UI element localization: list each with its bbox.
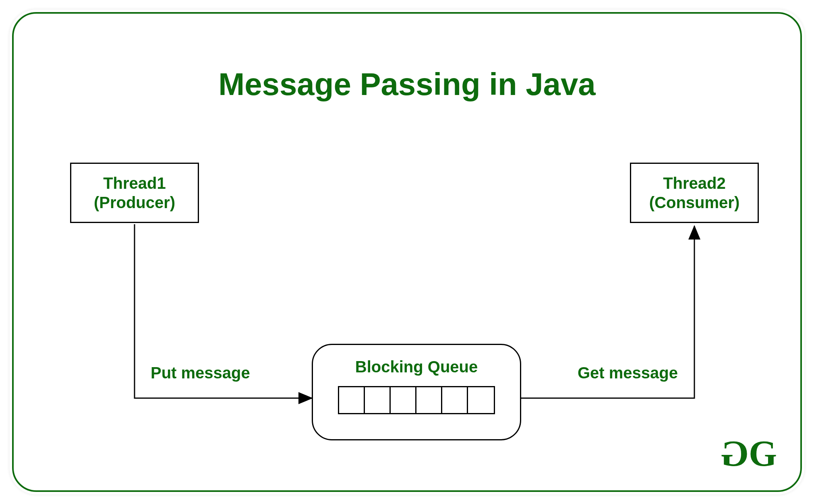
logo-char: G [749,434,772,473]
diagram-title: Message Passing in Java [14,66,800,103]
diagram-frame: Message Passing in Java Thread1 (Produce… [12,12,802,492]
thread1-name: Thread1 [103,174,166,193]
blocking-queue-container: Blocking Queue [312,344,521,440]
thread2-consumer-box: Thread2 (Consumer) [630,163,759,223]
get-message-label: Get message [578,364,678,382]
queue-cell [365,387,391,413]
thread1-role: (Producer) [94,193,175,212]
queue-cell [391,387,416,413]
geeksforgeeks-logo: GG [725,433,772,474]
queue-cells [338,386,495,414]
thread1-producer-box: Thread1 (Producer) [70,163,199,223]
thread2-role: (Consumer) [649,193,739,212]
thread2-name: Thread2 [663,174,726,193]
queue-cell [442,387,468,413]
queue-cell [339,387,365,413]
queue-cell [416,387,442,413]
logo-char-flipped: G [725,433,749,474]
queue-cell [468,387,494,413]
put-message-label: Put message [151,364,250,382]
blocking-queue-title: Blocking Queue [355,358,478,376]
